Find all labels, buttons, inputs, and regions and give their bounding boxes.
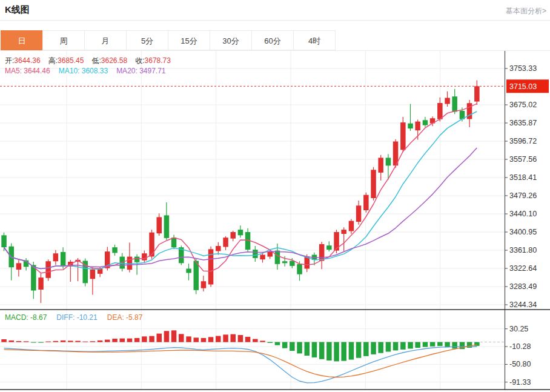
page-title: K线图 (5, 4, 30, 16)
svg-text:3479.26: 3479.26 (509, 191, 537, 200)
svg-text:3675.02: 3675.02 (509, 101, 537, 109)
svg-text:3596.72: 3596.72 (509, 137, 537, 145)
macd-item: DEA: -5.87 (107, 313, 143, 322)
ohlc-item: 高:3685.45 (48, 56, 84, 65)
macd-item: MACD: -8.67 (5, 313, 47, 322)
svg-text:3518.41: 3518.41 (509, 173, 537, 182)
ma-item: MA10: 3608.33 (59, 67, 108, 75)
tab-period-2[interactable]: 月 (84, 30, 127, 50)
svg-text:3283.49: 3283.49 (509, 282, 537, 291)
svg-text:-50.80: -50.80 (509, 360, 531, 368)
kline-widget: 3753.333675.023635.873596.723557.563518.… (0, 0, 550, 392)
tabstrip-underline (0, 50, 550, 51)
svg-text:3440.10: 3440.10 (509, 210, 537, 218)
svg-text:3361.80: 3361.80 (509, 246, 537, 254)
svg-text:3322.64: 3322.64 (509, 264, 537, 273)
svg-text:3715.03: 3715.03 (509, 82, 537, 91)
period-tabs: 日周月5分15分30分60分4时 (1, 30, 336, 50)
svg-text:3557.56: 3557.56 (509, 155, 537, 164)
current-price-badge: 3715.03 (506, 79, 549, 93)
svg-text:3635.87: 3635.87 (509, 119, 537, 127)
tab-period-1[interactable]: 周 (42, 30, 85, 50)
ma-info-row: MA5: 3644.46MA10: 3608.33MA20: 3497.71 (5, 67, 174, 75)
macd-info-row: MACD: -8.67DIFF: -10.21DEA: -5.87 (5, 313, 152, 322)
ma-item: MA5: 3644.46 (5, 67, 50, 75)
tab-period-4[interactable]: 15分 (168, 30, 210, 50)
fundamentals-link[interactable]: 基本面分析> (506, 6, 546, 16)
ma-item: MA20: 3497.71 (116, 67, 165, 75)
svg-text:30.25: 30.25 (509, 325, 528, 333)
ohlc-info-row: 开:3644.36高:3685.45低:3626.58收:3678.73 (5, 56, 179, 66)
ohlc-item: 低:3626.58 (91, 56, 127, 65)
header-divider (0, 20, 550, 21)
svg-text:-10.28: -10.28 (509, 342, 531, 351)
svg-text:-91.33: -91.33 (509, 378, 531, 387)
tab-period-7[interactable]: 4时 (293, 30, 336, 50)
svg-text:3244.34: 3244.34 (509, 301, 537, 309)
tab-period-0[interactable]: 日 (1, 30, 43, 50)
header: K线图 基本面分析> (0, 0, 550, 20)
tab-period-5[interactable]: 30分 (210, 30, 252, 50)
tab-period-6[interactable]: 60分 (251, 30, 294, 50)
svg-text:3400.95: 3400.95 (509, 228, 537, 236)
ohlc-item: 收:3678.73 (135, 56, 171, 65)
svg-text:3753.33: 3753.33 (509, 64, 537, 73)
ohlc-item: 开:3644.36 (5, 56, 41, 65)
tab-period-3[interactable]: 5分 (126, 30, 168, 50)
macd-item: DIFF: -10.21 (56, 313, 97, 322)
